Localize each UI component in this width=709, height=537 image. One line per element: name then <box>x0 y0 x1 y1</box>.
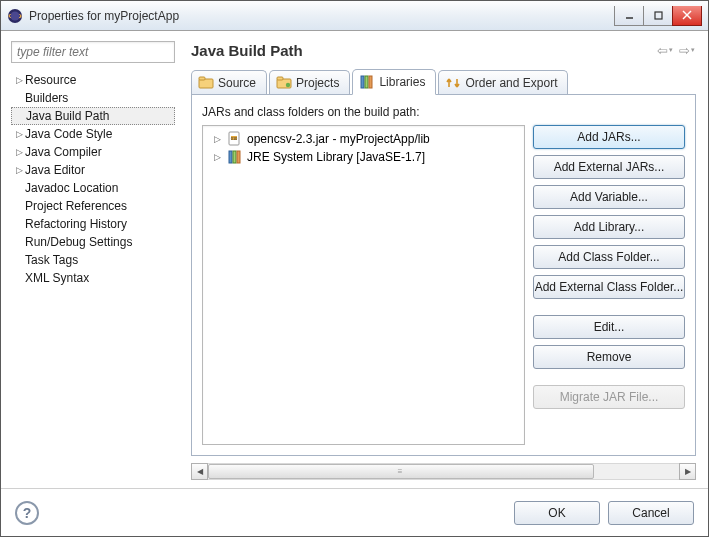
eclipse-icon <box>7 8 23 24</box>
library-books-icon <box>227 149 243 165</box>
svg-rect-12 <box>361 76 364 88</box>
tab-label: Source <box>218 76 256 90</box>
tabstrip: Source Projects Libraries Order and Expo… <box>191 69 696 95</box>
sidebar-item-java-editor[interactable]: ▷ Java Editor <box>11 161 175 179</box>
sidebar-item-label: Run/Debug Settings <box>25 235 132 249</box>
scroll-track[interactable]: ≡ <box>208 463 679 480</box>
sidebar-item-run-debug-settings[interactable]: Run/Debug Settings <box>11 233 175 251</box>
window-title: Properties for myProjectApp <box>29 9 179 23</box>
sidebar-item-project-references[interactable]: Project References <box>11 197 175 215</box>
expand-arrow-icon: ▷ <box>211 152 223 162</box>
tab-label: Order and Export <box>465 76 557 90</box>
migrate-jar-button: Migrate JAR File... <box>533 385 685 409</box>
sidebar-item-task-tags[interactable]: Task Tags <box>11 251 175 269</box>
tab-label: Libraries <box>379 75 425 89</box>
filter-input[interactable] <box>11 41 175 63</box>
page-title: Java Build Path <box>191 42 303 59</box>
add-variable-button[interactable]: Add Variable... <box>533 185 685 209</box>
scroll-thumb[interactable]: ≡ <box>208 464 594 479</box>
sidebar-item-javadoc-location[interactable]: Javadoc Location <box>11 179 175 197</box>
cancel-button[interactable]: Cancel <box>608 501 694 525</box>
jar-entry[interactable]: ▷ 010 opencsv-2.3.jar - myProjectApp/lib <box>207 130 520 148</box>
scroll-right-button[interactable]: ▶ <box>679 463 696 480</box>
scroll-left-button[interactable]: ◀ <box>191 463 208 480</box>
maximize-button[interactable] <box>643 6 673 26</box>
sidebar-item-label: Resource <box>25 73 76 87</box>
horizontal-scrollbar[interactable]: ◀ ≡ ▶ <box>191 462 696 480</box>
expand-arrow-icon: ▷ <box>13 164 25 176</box>
expand-arrow-icon: ▷ <box>13 128 25 140</box>
add-external-jars-button[interactable]: Add External JARs... <box>533 155 685 179</box>
svg-rect-10 <box>277 77 283 80</box>
tab-body-libraries: JARs and class folders on the build path… <box>191 95 696 456</box>
sidebar-item-label: Builders <box>25 91 68 105</box>
svg-text:010: 010 <box>231 136 238 141</box>
titlebar: Properties for myProjectApp <box>1 1 708 31</box>
library-icon <box>359 74 375 90</box>
sidebar-item-label: Javadoc Location <box>25 181 118 195</box>
jar-file-icon: 010 <box>227 131 243 147</box>
content-pane: Java Build Path ⇦▾ ⇨▾ Source Projects <box>185 31 708 488</box>
tab-libraries[interactable]: Libraries <box>352 69 436 95</box>
sidebar-item-refactoring-history[interactable]: Refactoring History <box>11 215 175 233</box>
add-library-button[interactable]: Add Library... <box>533 215 685 239</box>
svg-rect-13 <box>365 76 368 88</box>
sidebar-item-label: Java Code Style <box>25 127 112 141</box>
sidebar-item-label: XML Syntax <box>25 271 89 285</box>
edit-button[interactable]: Edit... <box>533 315 685 339</box>
expand-arrow-icon: ▷ <box>211 134 223 144</box>
button-column: Add JARs... Add External JARs... Add Var… <box>533 125 685 445</box>
sidebar-item-label: Java Build Path <box>26 109 109 123</box>
svg-rect-8 <box>199 77 205 80</box>
jar-tree[interactable]: ▷ 010 opencsv-2.3.jar - myProjectApp/lib… <box>202 125 525 445</box>
jar-entry[interactable]: ▷ JRE System Library [JavaSE-1.7] <box>207 148 520 166</box>
jars-label: JARs and class folders on the build path… <box>202 105 685 119</box>
jar-entry-label: JRE System Library [JavaSE-1.7] <box>247 150 425 164</box>
add-class-folder-button[interactable]: Add Class Folder... <box>533 245 685 269</box>
ok-button[interactable]: OK <box>514 501 600 525</box>
svg-rect-20 <box>237 151 240 163</box>
sidebar-item-builders[interactable]: Builders <box>11 89 175 107</box>
help-icon[interactable]: ? <box>15 501 39 525</box>
footer: ? OK Cancel <box>1 488 708 536</box>
projects-icon <box>276 75 292 91</box>
jar-entry-label: opencsv-2.3.jar - myProjectApp/lib <box>247 132 430 146</box>
sidebar-item-resource[interactable]: ▷ Resource <box>11 71 175 89</box>
sidebar-item-label: Refactoring History <box>25 217 127 231</box>
sidebar: ▷ Resource Builders Java Build Path ▷ Ja… <box>1 31 185 488</box>
category-tree[interactable]: ▷ Resource Builders Java Build Path ▷ Ja… <box>11 71 175 287</box>
sidebar-item-java-code-style[interactable]: ▷ Java Code Style <box>11 125 175 143</box>
close-button[interactable] <box>672 6 702 26</box>
sidebar-item-label: Task Tags <box>25 253 78 267</box>
svg-point-11 <box>286 82 290 86</box>
expand-arrow-icon: ▷ <box>13 74 25 86</box>
sidebar-item-java-compiler[interactable]: ▷ Java Compiler <box>11 143 175 161</box>
sidebar-item-label: Project References <box>25 199 127 213</box>
nav-forward-button[interactable]: ⇨▾ <box>678 41 696 59</box>
tab-order-export[interactable]: Order and Export <box>438 70 568 94</box>
add-external-class-folder-button[interactable]: Add External Class Folder... <box>533 275 685 299</box>
svg-rect-14 <box>369 76 372 88</box>
svg-rect-18 <box>229 151 232 163</box>
expand-arrow-icon: ▷ <box>13 146 25 158</box>
svg-rect-4 <box>655 12 662 19</box>
sidebar-item-xml-syntax[interactable]: XML Syntax <box>11 269 175 287</box>
order-export-icon <box>445 75 461 91</box>
nav-back-button[interactable]: ⇦▾ <box>656 41 674 59</box>
minimize-button[interactable] <box>614 6 644 26</box>
sidebar-item-java-build-path[interactable]: Java Build Path <box>11 107 175 125</box>
source-folder-icon <box>198 75 214 91</box>
tab-projects[interactable]: Projects <box>269 70 350 94</box>
sidebar-item-label: Java Editor <box>25 163 85 177</box>
tab-label: Projects <box>296 76 339 90</box>
remove-button[interactable]: Remove <box>533 345 685 369</box>
add-jars-button[interactable]: Add JARs... <box>533 125 685 149</box>
tab-source[interactable]: Source <box>191 70 267 94</box>
sidebar-item-label: Java Compiler <box>25 145 102 159</box>
svg-point-2 <box>11 11 20 20</box>
svg-rect-19 <box>233 151 236 163</box>
